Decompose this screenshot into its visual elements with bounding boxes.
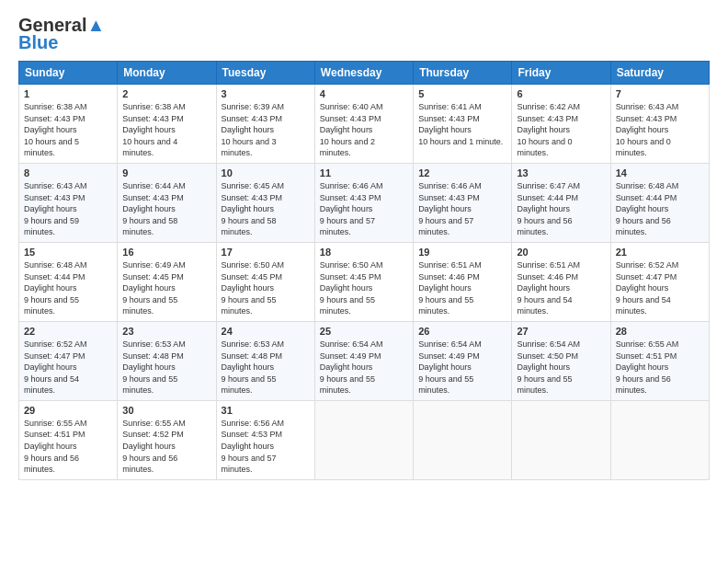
calendar-cell: 14 Sunrise: 6:48 AM Sunset: 4:44 PM Dayl… [610,163,709,242]
day-info: Sunrise: 6:47 AM Sunset: 4:44 PM Dayligh… [517,181,580,236]
calendar-cell [314,400,413,479]
calendar-cell [610,400,709,479]
calendar-week-4: 22 Sunrise: 6:52 AM Sunset: 4:47 PM Dayl… [19,321,710,400]
day-info: Sunrise: 6:44 AM Sunset: 4:43 PM Dayligh… [122,181,186,236]
day-info: Sunrise: 6:51 AM Sunset: 4:46 PM Dayligh… [517,260,580,316]
page: General▲ Blue SundayMondayTuesdayWednesd… [0,0,728,563]
header: General▲ Blue [18,15,710,53]
day-number: 11 [320,167,408,178]
calendar-cell: 17 Sunrise: 6:50 AM Sunset: 4:45 PM Dayl… [216,242,314,321]
day-number: 9 [122,167,210,178]
calendar-cell: 1 Sunrise: 6:38 AM Sunset: 4:43 PM Dayli… [19,85,118,164]
day-number: 5 [418,88,506,99]
day-number: 10 [222,167,310,178]
calendar-cell: 31 Sunrise: 6:56 AM Sunset: 4:53 PM Dayl… [216,400,314,479]
day-info: Sunrise: 6:52 AM Sunset: 4:47 PM Dayligh… [24,339,87,395]
day-number: 8 [24,167,112,178]
calendar-cell: 9 Sunrise: 6:44 AM Sunset: 4:43 PM Dayli… [118,163,216,242]
calendar-cell: 18 Sunrise: 6:50 AM Sunset: 4:45 PM Dayl… [314,242,413,321]
day-number: 24 [222,326,310,337]
calendar-cell: 8 Sunrise: 6:43 AM Sunset: 4:43 PM Dayli… [19,163,118,242]
day-info: Sunrise: 6:38 AM Sunset: 4:43 PM Dayligh… [24,102,87,157]
day-number: 1 [24,88,112,99]
day-number: 12 [418,167,506,178]
day-info: Sunrise: 6:41 AM Sunset: 4:43 PM Dayligh… [418,102,503,146]
day-info: Sunrise: 6:53 AM Sunset: 4:48 PM Dayligh… [222,339,285,395]
day-number: 27 [517,326,605,337]
calendar-cell: 24 Sunrise: 6:53 AM Sunset: 4:48 PM Dayl… [216,321,314,400]
calendar-cell: 7 Sunrise: 6:43 AM Sunset: 4:43 PM Dayli… [610,85,709,164]
day-header-sunday: Sunday [19,62,118,85]
day-info: Sunrise: 6:51 AM Sunset: 4:46 PM Dayligh… [418,260,482,316]
calendar-cell: 22 Sunrise: 6:52 AM Sunset: 4:47 PM Dayl… [19,321,118,400]
day-header-friday: Friday [512,62,610,85]
day-number: 2 [122,88,210,99]
calendar-cell: 13 Sunrise: 6:47 AM Sunset: 4:44 PM Dayl… [512,163,610,242]
day-number: 3 [222,88,310,99]
day-header-monday: Monday [118,62,216,85]
day-number: 14 [616,167,704,178]
day-info: Sunrise: 6:48 AM Sunset: 4:44 PM Dayligh… [616,181,679,236]
day-info: Sunrise: 6:48 AM Sunset: 4:44 PM Dayligh… [24,260,87,316]
calendar-cell: 6 Sunrise: 6:42 AM Sunset: 4:43 PM Dayli… [512,85,610,164]
days-of-week-row: SundayMondayTuesdayWednesdayThursdayFrid… [19,62,710,85]
calendar-cell: 19 Sunrise: 6:51 AM Sunset: 4:46 PM Dayl… [414,242,512,321]
calendar-week-5: 29 Sunrise: 6:55 AM Sunset: 4:51 PM Dayl… [19,400,710,479]
day-number: 17 [222,247,310,258]
day-info: Sunrise: 6:52 AM Sunset: 4:47 PM Dayligh… [616,260,679,316]
day-number: 28 [616,326,704,337]
logo-subtext: Blue [18,32,58,53]
day-number: 31 [222,405,310,416]
day-info: Sunrise: 6:55 AM Sunset: 4:52 PM Dayligh… [122,419,186,474]
day-number: 19 [418,247,506,258]
calendar-cell [512,400,610,479]
calendar-week-3: 15 Sunrise: 6:48 AM Sunset: 4:44 PM Dayl… [19,242,710,321]
calendar-cell: 27 Sunrise: 6:54 AM Sunset: 4:50 PM Dayl… [512,321,610,400]
day-header-wednesday: Wednesday [314,62,413,85]
calendar-cell: 5 Sunrise: 6:41 AM Sunset: 4:43 PM Dayli… [414,85,512,164]
calendar-cell: 21 Sunrise: 6:52 AM Sunset: 4:47 PM Dayl… [610,242,709,321]
day-info: Sunrise: 6:38 AM Sunset: 4:43 PM Dayligh… [122,102,186,157]
day-info: Sunrise: 6:49 AM Sunset: 4:45 PM Dayligh… [122,260,186,316]
day-info: Sunrise: 6:39 AM Sunset: 4:43 PM Dayligh… [222,102,285,157]
day-header-tuesday: Tuesday [216,62,314,85]
day-info: Sunrise: 6:46 AM Sunset: 4:43 PM Dayligh… [320,181,383,236]
day-info: Sunrise: 6:46 AM Sunset: 4:43 PM Dayligh… [418,181,482,236]
day-number: 23 [122,326,210,337]
day-info: Sunrise: 6:40 AM Sunset: 4:43 PM Dayligh… [320,102,383,157]
calendar-cell: 15 Sunrise: 6:48 AM Sunset: 4:44 PM Dayl… [19,242,118,321]
calendar-cell: 4 Sunrise: 6:40 AM Sunset: 4:43 PM Dayli… [314,85,413,164]
day-info: Sunrise: 6:50 AM Sunset: 4:45 PM Dayligh… [222,260,285,316]
calendar-cell: 29 Sunrise: 6:55 AM Sunset: 4:51 PM Dayl… [19,400,118,479]
day-number: 13 [517,167,605,178]
day-header-thursday: Thursday [414,62,512,85]
calendar-cell: 23 Sunrise: 6:53 AM Sunset: 4:48 PM Dayl… [118,321,216,400]
calendar-week-2: 8 Sunrise: 6:43 AM Sunset: 4:43 PM Dayli… [19,163,710,242]
day-number: 26 [418,326,506,337]
calendar-cell: 12 Sunrise: 6:46 AM Sunset: 4:43 PM Dayl… [414,163,512,242]
day-info: Sunrise: 6:42 AM Sunset: 4:43 PM Dayligh… [517,102,580,157]
calendar-cell: 30 Sunrise: 6:55 AM Sunset: 4:52 PM Dayl… [118,400,216,479]
day-number: 20 [517,247,605,258]
day-info: Sunrise: 6:45 AM Sunset: 4:43 PM Dayligh… [222,181,285,236]
calendar-cell: 16 Sunrise: 6:49 AM Sunset: 4:45 PM Dayl… [118,242,216,321]
day-number: 4 [320,88,408,99]
day-number: 30 [122,405,210,416]
calendar-header: SundayMondayTuesdayWednesdayThursdayFrid… [19,62,710,85]
calendar-cell: 2 Sunrise: 6:38 AM Sunset: 4:43 PM Dayli… [118,85,216,164]
calendar-cell: 26 Sunrise: 6:54 AM Sunset: 4:49 PM Dayl… [414,321,512,400]
calendar-body: 1 Sunrise: 6:38 AM Sunset: 4:43 PM Dayli… [19,85,710,480]
day-info: Sunrise: 6:53 AM Sunset: 4:48 PM Dayligh… [122,339,186,395]
day-info: Sunrise: 6:54 AM Sunset: 4:50 PM Dayligh… [517,339,580,395]
day-number: 7 [616,88,704,99]
day-info: Sunrise: 6:55 AM Sunset: 4:51 PM Dayligh… [24,419,87,474]
calendar-cell: 28 Sunrise: 6:55 AM Sunset: 4:51 PM Dayl… [610,321,709,400]
calendar-cell: 20 Sunrise: 6:51 AM Sunset: 4:46 PM Dayl… [512,242,610,321]
day-number: 16 [122,247,210,258]
day-info: Sunrise: 6:56 AM Sunset: 4:53 PM Dayligh… [222,419,285,474]
day-number: 29 [24,405,112,416]
calendar-cell [414,400,512,479]
calendar-cell: 11 Sunrise: 6:46 AM Sunset: 4:43 PM Dayl… [314,163,413,242]
day-number: 6 [517,88,605,99]
day-number: 21 [616,247,704,258]
